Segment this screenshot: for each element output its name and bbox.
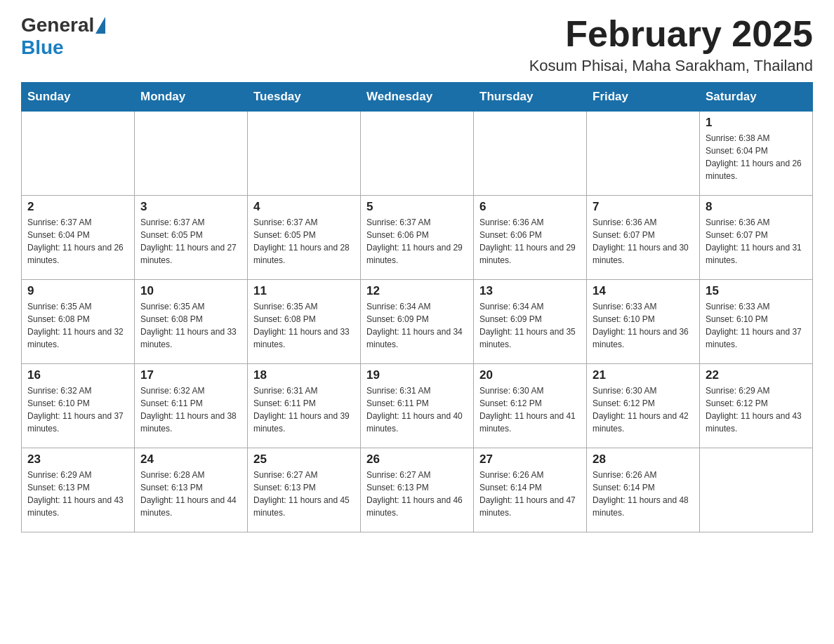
day-number: 22 [706, 368, 807, 382]
col-tuesday: Tuesday [248, 83, 361, 112]
day-number: 23 [27, 452, 128, 467]
col-monday: Monday [135, 83, 248, 112]
day-number: 25 [253, 452, 355, 467]
day-number: 8 [706, 200, 807, 214]
col-saturday: Saturday [700, 83, 813, 112]
calendar-cell [587, 112, 700, 196]
calendar-cell: 16Sunrise: 6:32 AMSunset: 6:10 PMDayligh… [22, 364, 135, 448]
day-info: Sunrise: 6:35 AMSunset: 6:08 PMDaylight:… [253, 300, 355, 351]
col-wednesday: Wednesday [361, 83, 474, 112]
day-info: Sunrise: 6:26 AMSunset: 6:14 PMDaylight:… [593, 469, 694, 519]
month-title: February 2025 [529, 14, 813, 54]
day-number: 27 [479, 452, 581, 467]
day-number: 24 [140, 452, 241, 467]
day-info: Sunrise: 6:36 AMSunset: 6:06 PMDaylight:… [479, 216, 581, 267]
day-info: Sunrise: 6:31 AMSunset: 6:11 PMDaylight:… [253, 384, 355, 435]
logo-blue-text: Blue [21, 36, 64, 59]
day-info: Sunrise: 6:35 AMSunset: 6:08 PMDaylight:… [140, 300, 241, 351]
day-number: 18 [253, 368, 355, 382]
location-title: Kosum Phisai, Maha Sarakham, Thailand [529, 57, 813, 75]
day-info: Sunrise: 6:31 AMSunset: 6:11 PMDaylight:… [366, 384, 468, 435]
day-info: Sunrise: 6:37 AMSunset: 6:06 PMDaylight:… [366, 216, 468, 267]
page-header: General Blue February 2025 Kosum Phisai,… [21, 14, 813, 75]
day-number: 20 [479, 368, 581, 382]
col-sunday: Sunday [22, 83, 135, 112]
calendar-cell [361, 112, 474, 196]
calendar-cell: 21Sunrise: 6:30 AMSunset: 6:12 PMDayligh… [587, 364, 700, 448]
day-number: 16 [27, 368, 128, 382]
day-info: Sunrise: 6:29 AMSunset: 6:12 PMDaylight:… [706, 384, 807, 435]
day-info: Sunrise: 6:30 AMSunset: 6:12 PMDaylight:… [593, 384, 694, 435]
col-friday: Friday [587, 83, 700, 112]
day-info: Sunrise: 6:27 AMSunset: 6:13 PMDaylight:… [366, 469, 468, 519]
day-number: 15 [706, 284, 807, 298]
day-info: Sunrise: 6:36 AMSunset: 6:07 PMDaylight:… [706, 216, 807, 267]
calendar-cell: 4Sunrise: 6:37 AMSunset: 6:05 PMDaylight… [248, 196, 361, 280]
day-number: 26 [366, 452, 468, 467]
calendar-cell [22, 112, 135, 196]
day-number: 7 [593, 200, 694, 214]
day-info: Sunrise: 6:30 AMSunset: 6:12 PMDaylight:… [479, 384, 581, 435]
calendar-table: Sunday Monday Tuesday Wednesday Thursday… [21, 82, 813, 532]
logo: General Blue [21, 14, 107, 59]
day-number: 19 [366, 368, 468, 382]
day-info: Sunrise: 6:37 AMSunset: 6:05 PMDaylight:… [140, 216, 241, 267]
day-info: Sunrise: 6:37 AMSunset: 6:05 PMDaylight:… [253, 216, 355, 267]
day-info: Sunrise: 6:32 AMSunset: 6:11 PMDaylight:… [140, 384, 241, 435]
day-number: 17 [140, 368, 241, 382]
day-number: 28 [593, 452, 694, 467]
day-number: 13 [479, 284, 581, 298]
day-info: Sunrise: 6:28 AMSunset: 6:13 PMDaylight:… [140, 469, 241, 519]
calendar-cell: 18Sunrise: 6:31 AMSunset: 6:11 PMDayligh… [248, 364, 361, 448]
day-number: 9 [27, 284, 128, 298]
day-number: 11 [253, 284, 355, 298]
calendar-cell: 19Sunrise: 6:31 AMSunset: 6:11 PMDayligh… [361, 364, 474, 448]
day-info: Sunrise: 6:35 AMSunset: 6:08 PMDaylight:… [27, 300, 128, 351]
calendar-cell [248, 112, 361, 196]
calendar-cell: 10Sunrise: 6:35 AMSunset: 6:08 PMDayligh… [135, 280, 248, 364]
day-info: Sunrise: 6:29 AMSunset: 6:13 PMDaylight:… [27, 469, 128, 519]
title-section: February 2025 Kosum Phisai, Maha Sarakha… [529, 14, 813, 75]
day-info: Sunrise: 6:36 AMSunset: 6:07 PMDaylight:… [593, 216, 694, 267]
calendar-cell: 1Sunrise: 6:38 AMSunset: 6:04 PMDaylight… [700, 112, 813, 196]
day-number: 10 [140, 284, 241, 298]
day-info: Sunrise: 6:37 AMSunset: 6:04 PMDaylight:… [27, 216, 128, 267]
calendar-cell: 11Sunrise: 6:35 AMSunset: 6:08 PMDayligh… [248, 280, 361, 364]
calendar-week-row: 23Sunrise: 6:29 AMSunset: 6:13 PMDayligh… [22, 448, 813, 532]
day-number: 21 [593, 368, 694, 382]
calendar-cell: 27Sunrise: 6:26 AMSunset: 6:14 PMDayligh… [474, 448, 587, 532]
calendar-cell: 28Sunrise: 6:26 AMSunset: 6:14 PMDayligh… [587, 448, 700, 532]
calendar-cell: 3Sunrise: 6:37 AMSunset: 6:05 PMDaylight… [135, 196, 248, 280]
calendar-cell [135, 112, 248, 196]
calendar-cell: 9Sunrise: 6:35 AMSunset: 6:08 PMDaylight… [22, 280, 135, 364]
day-number: 12 [366, 284, 468, 298]
calendar-cell: 7Sunrise: 6:36 AMSunset: 6:07 PMDaylight… [587, 196, 700, 280]
calendar-week-row: 1Sunrise: 6:38 AMSunset: 6:04 PMDaylight… [22, 112, 813, 196]
calendar-cell: 23Sunrise: 6:29 AMSunset: 6:13 PMDayligh… [22, 448, 135, 532]
calendar-week-row: 2Sunrise: 6:37 AMSunset: 6:04 PMDaylight… [22, 196, 813, 280]
day-info: Sunrise: 6:33 AMSunset: 6:10 PMDaylight:… [706, 300, 807, 351]
day-number: 6 [479, 200, 581, 214]
calendar-cell: 6Sunrise: 6:36 AMSunset: 6:06 PMDaylight… [474, 196, 587, 280]
calendar-cell: 13Sunrise: 6:34 AMSunset: 6:09 PMDayligh… [474, 280, 587, 364]
day-info: Sunrise: 6:27 AMSunset: 6:13 PMDaylight:… [253, 469, 355, 519]
day-info: Sunrise: 6:34 AMSunset: 6:09 PMDaylight:… [479, 300, 581, 351]
day-info: Sunrise: 6:38 AMSunset: 6:04 PMDaylight:… [706, 132, 807, 182]
calendar-cell: 12Sunrise: 6:34 AMSunset: 6:09 PMDayligh… [361, 280, 474, 364]
day-number: 2 [27, 200, 128, 214]
calendar-week-row: 9Sunrise: 6:35 AMSunset: 6:08 PMDaylight… [22, 280, 813, 364]
calendar-cell: 17Sunrise: 6:32 AMSunset: 6:11 PMDayligh… [135, 364, 248, 448]
day-info: Sunrise: 6:26 AMSunset: 6:14 PMDaylight:… [479, 469, 581, 519]
day-number: 14 [593, 284, 694, 298]
calendar-cell: 24Sunrise: 6:28 AMSunset: 6:13 PMDayligh… [135, 448, 248, 532]
calendar-week-row: 16Sunrise: 6:32 AMSunset: 6:10 PMDayligh… [22, 364, 813, 448]
day-info: Sunrise: 6:34 AMSunset: 6:09 PMDaylight:… [366, 300, 468, 351]
day-info: Sunrise: 6:33 AMSunset: 6:10 PMDaylight:… [593, 300, 694, 351]
logo-general-text: General [21, 14, 94, 36]
calendar-cell: 8Sunrise: 6:36 AMSunset: 6:07 PMDaylight… [700, 196, 813, 280]
calendar-cell: 5Sunrise: 6:37 AMSunset: 6:06 PMDaylight… [361, 196, 474, 280]
calendar-cell: 25Sunrise: 6:27 AMSunset: 6:13 PMDayligh… [248, 448, 361, 532]
col-thursday: Thursday [474, 83, 587, 112]
calendar-cell: 26Sunrise: 6:27 AMSunset: 6:13 PMDayligh… [361, 448, 474, 532]
calendar-cell [700, 448, 813, 532]
